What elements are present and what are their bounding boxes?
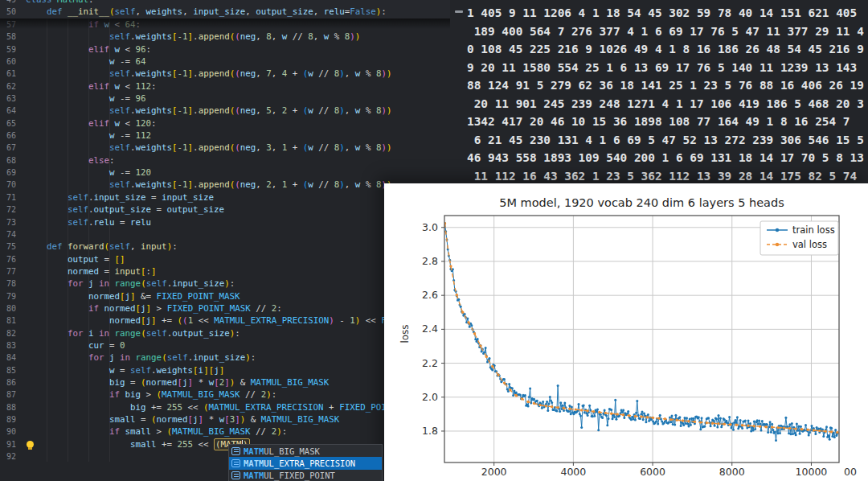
line-number[interactable]: 92 [0,450,16,462]
code-line[interactable]: 62 elif w < 112: [0,80,466,92]
line-number[interactable]: 64 [0,105,16,117]
suggest-item[interactable]: MATMUL_EXTRA_PRECISION [229,457,382,469]
line-number[interactable]: 77 [0,265,16,278]
line-number[interactable]: 85 [0,364,16,376]
line-number[interactable]: 70 [0,179,16,191]
suggest-item[interactable]: MATMUL_BIG_MASK [229,445,382,457]
line-number[interactable]: 67 [0,142,16,154]
terminal-row: 20 11 901 245 239 248 1271 4 1 17 106 41… [467,95,868,113]
line-number[interactable]: 75 [0,240,16,253]
code-text: for i in range(self.output_size): [26,327,240,339]
code-text: big = (normed[j] * w[2]) & MATMUL_BIG_MA… [26,376,329,388]
code-line[interactable]: 64 self.weights[-1].append((neg, 5, 2 + … [0,105,466,117]
code-text: self.input_size = input_size [26,191,214,204]
line-number[interactable]: 69 [0,166,16,179]
code-text: for j in range(self.input_size): [26,278,235,290]
code-text: self.weights[-1].append((neg, 5, 2 + (w … [26,105,391,117]
code-line[interactable]: 58 self.weights[-1].append((neg, 8, w //… [0,31,466,43]
code-line[interactable]: 61 self.weights[-1].append((neg, 7, 4 + … [0,68,466,80]
code-text: if big > (MATMUL_BIG_MASK // 2): [26,388,276,401]
code-text: output = [] [26,253,125,265]
line-number[interactable]: 91 [0,438,16,450]
line-number[interactable]: 80 [0,302,16,314]
screen: 57 if w < 64:58 self.weights[-1].append(… [0,0,868,481]
line-number[interactable]: 78 [0,278,16,290]
code-line[interactable]: 49class MatMul: [0,0,450,6]
line-number[interactable]: 73 [0,216,16,228]
suggest-widget[interactable]: MATMUL_BIG_MASKMATMUL_EXTRA_PRECISIONMAT… [228,444,383,481]
line-number[interactable]: 71 [0,191,16,204]
svg-text:4000: 4000 [560,466,586,478]
terminal-row: 6 21 45 230 131 4 1 6 69 5 47 52 13 272 … [467,131,868,150]
line-number[interactable]: 81 [0,314,16,327]
line-number[interactable]: 76 [0,253,16,265]
code-line[interactable]: 57 if w < 64: [0,18,466,31]
line-number[interactable]: 90 [0,426,16,438]
code-line[interactable]: 65 elif w < 120: [0,117,466,130]
svg-text:2.8: 2.8 [422,255,438,267]
y-axis-label: loss [399,324,411,343]
line-number[interactable]: 50 [0,6,16,18]
line-number[interactable]: 89 [0,413,16,426]
line-number[interactable]: 84 [0,352,16,364]
line-number[interactable]: 63 [0,92,16,105]
line-number[interactable]: 88 [0,401,16,413]
line-number[interactable]: 87 [0,388,16,401]
line-number[interactable]: 66 [0,130,16,142]
code-text: def forward(self, input): [26,240,178,253]
line-number[interactable]: 68 [0,154,16,166]
code-text: small += 255 << (MATM) [26,438,250,450]
code-line[interactable]: 60 w -= 64 [0,56,466,68]
code-line[interactable]: 59 elif w < 96: [0,43,466,56]
line-number[interactable]: 59 [0,43,16,56]
line-number[interactable]: 57 [0,18,16,31]
line-number[interactable]: 60 [0,56,16,68]
code-text: for j in range(self.input_size): [26,352,256,364]
code-text: elif w < 96: [26,43,151,56]
svg-text:3.0: 3.0 [422,221,438,233]
line-number[interactable]: 62 [0,80,16,92]
line-number[interactable]: 74 [0,228,16,240]
line-number[interactable]: 82 [0,327,16,339]
code-text: big += 255 << (MATMUL_EXTRA_PRECISION + … [26,401,423,413]
svg-text:2.4: 2.4 [422,323,438,335]
code-line[interactable]: 66 w -= 112 [0,130,466,142]
terminal-row: 88 124 91 5 279 62 36 18 141 25 1 23 5 7… [467,76,868,95]
sticky-scroll-header[interactable]: 49class MatMul:50 def __init__(self, wei… [0,0,450,18]
line-number[interactable]: 79 [0,290,16,302]
code-line[interactable]: 68 else: [0,154,466,166]
code-text: def __init__(self, weights, input_size, … [26,6,387,18]
code-text: else: [26,154,115,166]
line-number[interactable]: 61 [0,68,16,80]
code-line[interactable]: 69 w -= 120 [0,166,466,179]
constant-icon [231,459,240,467]
suggest-item[interactable]: MATMUL_FIXED_POINT [229,470,382,481]
svg-text:10000: 10000 [796,466,828,478]
constant-icon [231,447,240,455]
code-text: if w < 64: [26,18,141,31]
line-number[interactable]: 83 [0,339,16,352]
code-text: w = self.weights[i][j] [26,364,224,376]
code-text: if normed[j] > FIXED_POINT_MASK // 2: [26,302,282,314]
code-line[interactable]: 50 def __init__(self, weights, input_siz… [0,6,450,18]
code-line[interactable]: 63 w -= 96 [0,92,466,105]
terminal-row: 0 108 45 225 216 9 1026 49 4 1 8 16 186 … [467,40,868,59]
line-number[interactable]: 49 [0,0,16,6]
constant-icon [231,471,240,479]
svg-text:2000: 2000 [481,466,507,478]
code-text: normed = input[:] [26,265,157,278]
code-line[interactable]: 67 self.weights[-1].append((neg, 3, 1 + … [0,142,466,154]
line-number[interactable]: 86 [0,376,16,388]
line-number[interactable]: 65 [0,117,16,130]
code-text: self.weights[-1].append((neg, 2, 1 + (w … [26,179,391,191]
line-number[interactable]: 58 [0,31,16,43]
line-number[interactable]: 72 [0,204,16,216]
code-text: cur = 0 [26,339,125,352]
code-text: elif w < 112: [26,80,157,92]
svg-text:8000: 8000 [719,466,745,478]
svg-text:1.8: 1.8 [422,425,438,437]
code-text: self.output_size = output_size [26,204,224,216]
code-text: class MatMul: [26,0,94,6]
chart-window: 5M model, 1920 vocab 240 dim 6 layers 5 … [384,183,868,481]
svg-text:2.2: 2.2 [422,357,438,369]
